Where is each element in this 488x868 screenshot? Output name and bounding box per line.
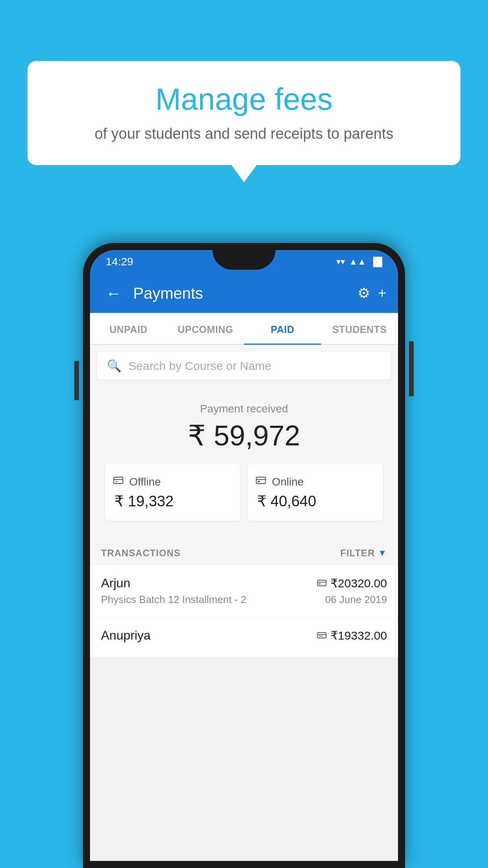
filter-label: FILTER	[340, 548, 375, 559]
add-icon[interactable]: +	[378, 285, 386, 302]
search-input[interactable]: Search by Course or Name	[128, 359, 272, 373]
payment-total-amount: ₹ 59,972	[98, 419, 390, 452]
svg-rect-8	[319, 583, 321, 585]
filter-icon: ▼	[378, 548, 387, 558]
side-button-right	[409, 341, 414, 396]
transaction-list: Arjun ₹20320.00	[90, 565, 398, 657]
online-icon	[255, 475, 266, 489]
transaction-name: Anupriya	[101, 628, 150, 643]
offline-amount: ₹ 19,332	[113, 493, 174, 510]
speech-bubble: Manage fees of your students and send re…	[28, 61, 460, 165]
app-bar: ← Payments ⚙ +	[90, 274, 398, 313]
phone-notch	[213, 250, 275, 270]
transaction-date: 06 June 2019	[325, 594, 387, 606]
app-bar-title: Payments	[133, 285, 350, 302]
battery-icon: ▐█	[370, 257, 382, 267]
settings-icon[interactable]: ⚙	[358, 285, 370, 302]
svg-rect-5	[258, 481, 260, 482]
payment-received-section: Payment received ₹ 59,972	[90, 387, 398, 537]
tabs-bar: UNPAID UPCOMING PAID STUDENTS	[90, 313, 398, 345]
search-container[interactable]: 🔍 Search by Course or Name	[97, 352, 391, 380]
transactions-label: TRANSACTIONS	[101, 548, 181, 559]
tab-paid[interactable]: PAID	[244, 313, 321, 344]
wifi-icon: ▾▾	[336, 257, 345, 267]
transaction-row-bottom: Physics Batch 12 Installment - 2 06 June…	[101, 594, 387, 606]
speech-bubble-container: Manage fees of your students and send re…	[28, 61, 460, 165]
phone-screen: 14:29 ▾▾ ▲▲ ▐█ ← Payments ⚙ + UNPAID UPC…	[90, 250, 398, 861]
table-row[interactable]: Arjun ₹20320.00	[90, 565, 398, 617]
side-button-left	[74, 361, 79, 400]
transaction-name: Arjun	[101, 576, 130, 590]
transaction-row-top: Arjun ₹20320.00	[101, 576, 387, 590]
offline-card-header: Offline	[113, 475, 161, 489]
status-time: 14:29	[106, 256, 133, 268]
offline-icon	[113, 475, 124, 489]
payment-received-label: Payment received	[98, 403, 390, 415]
search-icon: 🔍	[107, 359, 121, 373]
svg-rect-6	[317, 580, 326, 586]
online-amount: ₹ 40,640	[255, 493, 316, 510]
offline-label: Offline	[129, 476, 161, 488]
svg-rect-3	[256, 477, 265, 484]
svg-rect-0	[114, 477, 123, 484]
transaction-row-top: Anupriya ₹19332.00	[101, 628, 387, 643]
transaction-card-icon	[317, 630, 327, 641]
bubble-subtitle: of your students and send receipts to pa…	[51, 124, 437, 143]
back-button[interactable]: ←	[102, 281, 125, 306]
table-row[interactable]: Anupriya ₹19332.00	[90, 617, 398, 657]
tab-students[interactable]: STUDENTS	[321, 313, 398, 344]
transaction-amount: ₹20320.00	[330, 576, 387, 590]
app-bar-icons: ⚙ +	[358, 285, 386, 302]
transaction-amount-wrap: ₹19332.00	[317, 629, 387, 642]
bubble-title: Manage fees	[51, 83, 437, 116]
tab-unpaid[interactable]: UNPAID	[90, 313, 167, 344]
online-card: Online ₹ 40,640	[248, 464, 383, 521]
tab-upcoming[interactable]: UPCOMING	[167, 313, 244, 344]
content-area: 🔍 Search by Course or Name Payment recei…	[90, 345, 398, 657]
transaction-card-icon	[317, 578, 327, 589]
signal-icon: ▲▲	[349, 257, 366, 267]
svg-rect-9	[317, 633, 326, 638]
status-icons: ▾▾ ▲▲ ▐█	[336, 257, 382, 267]
transaction-detail: Physics Batch 12 Installment - 2	[101, 594, 246, 606]
transactions-header: TRANSACTIONS FILTER ▼	[90, 537, 398, 565]
filter-button[interactable]: FILTER ▼	[340, 548, 387, 559]
transaction-amount-wrap: ₹20320.00	[317, 576, 387, 590]
online-card-header: Online	[255, 475, 304, 489]
online-label: Online	[272, 476, 304, 488]
offline-card: Offline ₹ 19,332	[105, 464, 240, 521]
transaction-amount: ₹19332.00	[330, 629, 387, 642]
phone-frame: 14:29 ▾▾ ▲▲ ▐█ ← Payments ⚙ + UNPAID UPC…	[83, 243, 405, 868]
payment-cards: Offline ₹ 19,332	[98, 464, 390, 521]
